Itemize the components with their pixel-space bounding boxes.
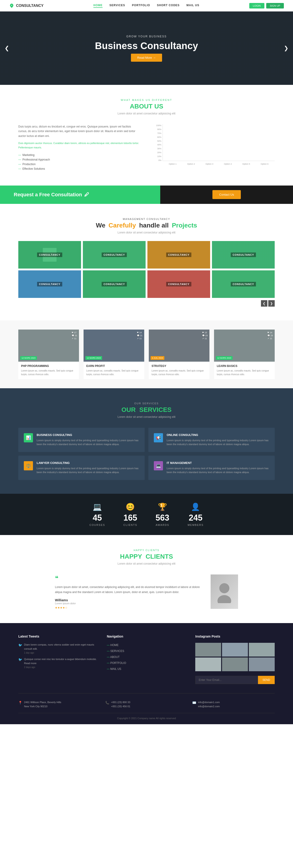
- blog-text-2: Lorem ipsum ac, convallis mauris. Sed qu…: [86, 369, 142, 376]
- about-list-item: Marketing: [18, 153, 140, 157]
- footer-col-instagram: Instagram Posts SEND: [195, 634, 275, 684]
- logo[interactable]: CONSULTANCY: [9, 3, 43, 8]
- footer-nav-item-2[interactable]: SERVICES: [107, 649, 186, 653]
- hero-cta-button[interactable]: Read More →: [131, 54, 162, 62]
- clients-desc: Lorem dolor sit amet consectetur adipisi…: [18, 562, 275, 565]
- nav-portfolio[interactable]: PORTFOLIO: [132, 4, 150, 8]
- stat-icon-1: 💻: [89, 502, 105, 511]
- project-item-7[interactable]: CONSULTANCY: [147, 270, 210, 298]
- insta-item-4[interactable]: [195, 657, 221, 671]
- footer-nav-item-5[interactable]: MAIL US: [107, 666, 186, 671]
- hero-next-arrow[interactable]: ❯: [284, 45, 288, 51]
- project-item-8[interactable]: CONSULTANCY: [212, 270, 275, 298]
- blog-title-1: PHP PROGRAMMING: [21, 364, 76, 368]
- nav-mail-us[interactable]: MAIL US: [187, 4, 199, 8]
- blog-date-4: 12 MARS 2023: [216, 356, 232, 360]
- blog-shares-3: ↗ 11: [202, 337, 208, 340]
- photo-placeholder: [211, 575, 238, 609]
- footer-contact-address: 📍 2461 Willison Place, Beverly HillsNew …: [18, 700, 101, 708]
- projects-prev-button[interactable]: ❮: [261, 300, 267, 307]
- projects-next-button[interactable]: ❯: [268, 300, 275, 307]
- stat-number-3: 563: [156, 513, 170, 523]
- blog-img-1: 12 MARS 2023 ❤ 17 💬 21 ↗ 11: [18, 330, 79, 362]
- blog-img-2: 12 MARS 2023 ❤ 14 💬 21 ↗ 11: [83, 330, 144, 362]
- stat-number-2: 165: [123, 513, 137, 523]
- stat-4: 👤 245 MEMBERS: [188, 502, 204, 526]
- clients-title: HAPPY CLIENTS: [18, 553, 275, 560]
- nav-services[interactable]: SERVICES: [109, 4, 125, 8]
- chart-label-6: Option 6: [257, 163, 272, 165]
- blog-date-2: 12 MARS 2023: [85, 356, 102, 360]
- nav-short-codes[interactable]: SHORT CODES: [157, 4, 180, 8]
- footer-contact-email: ✉️ info@domain1.cominfo@domain2.com: [192, 700, 275, 708]
- stats-section: 💻 45 COURSES 😊 165 CLIENTS 🏆 563 AWARDS …: [0, 494, 293, 535]
- logo-icon: [9, 3, 14, 8]
- project-overlay-7: CONSULTANCY: [147, 270, 210, 298]
- about-list: Marketing Professional Approach Producti…: [18, 153, 140, 170]
- footer-nav-item-3[interactable]: ABOUT: [107, 655, 186, 659]
- navbar: CONSULTANCY HOME SERVICES PORTFOLIO SHOR…: [0, 0, 293, 11]
- stat-3: 🏆 563 AWARDS: [156, 502, 170, 526]
- footer-nav-item-4[interactable]: PORTFOLIO: [107, 661, 186, 665]
- tweet-item-1: 🐦 Diam lorem compas, nunc viterra sodder…: [18, 643, 98, 654]
- blog-likes-4: ❤ 14: [267, 331, 273, 334]
- footer-nav-item-1[interactable]: HOME: [107, 643, 186, 647]
- signup-button[interactable]: SIGN UP: [266, 3, 284, 8]
- instagram-grid: [195, 643, 275, 671]
- project-item-2[interactable]: CONSULTANCY: [83, 241, 146, 269]
- testimonial: ❝ Lorem ipsum dolor sit amet, consectetu…: [55, 575, 238, 609]
- blog-content-3: STRATEGY Lorem ipsum ac, convallis mauri…: [149, 362, 210, 379]
- project-overlay-3: CONSULTANCY: [147, 241, 210, 269]
- project-label-1: CONSULTANCY: [37, 252, 62, 257]
- stat-number-1: 45: [89, 513, 105, 523]
- hero-prev-arrow[interactable]: ❮: [5, 45, 9, 51]
- service-card-3: ⚖️ LAWYER CONSULTING Lorem ipsum is simp…: [18, 456, 145, 480]
- about-title-highlight: US: [154, 103, 163, 110]
- tweet-time-1: 1 day ago: [24, 652, 98, 654]
- insta-item-2[interactable]: [222, 643, 248, 657]
- stat-icon-2: 😊: [123, 502, 137, 511]
- footer-instagram-title: Instagram Posts: [195, 634, 275, 638]
- about-list-item: Production: [18, 163, 140, 166]
- logo-text: CONSULTANCY: [16, 4, 43, 8]
- service-card-1: 📊 BUSINESS CONSULTING Lorem ipsum is sim…: [18, 428, 145, 452]
- consultation-banner: Request a Free Consultation 🖊 Contact Us: [0, 186, 293, 204]
- footer-col-nav: Navigation HOME SERVICES ABOUT PORTFOLIO…: [107, 634, 186, 684]
- blog-card-4: 12 MARS 2023 ❤ 14 💬 23 ↗ 11 LEARN BASICS…: [214, 330, 275, 379]
- insta-item-5[interactable]: [222, 657, 248, 671]
- blog-likes-2: ❤ 14: [137, 331, 142, 334]
- service-title-2: ONLINE CONSULTING: [167, 433, 269, 437]
- chart-label-3: Option 3: [202, 163, 217, 165]
- project-item-5[interactable]: CONSULTANCY: [18, 270, 81, 298]
- contact-button[interactable]: Contact Us: [212, 190, 241, 199]
- footer-copyright: Copyright © 2021 Company name All rights…: [18, 713, 275, 720]
- blog-section: 12 MARS 2023 ❤ 17 💬 21 ↗ 11 PHP PROGRAMM…: [0, 320, 293, 388]
- nav-home[interactable]: HOME: [94, 4, 103, 8]
- project-item-1[interactable]: IMG CONSULTANCY: [18, 241, 81, 269]
- projects-grid-bottom: CONSULTANCY CONSULTANCY CONSULTANCY CONS…: [18, 270, 275, 298]
- auth-buttons: LOGIN SIGN UP: [249, 3, 284, 8]
- insta-item-3[interactable]: [249, 643, 275, 657]
- login-button[interactable]: LOGIN: [249, 3, 264, 8]
- service-content-2: ONLINE CONSULTING Lorem ipsum is simply …: [167, 433, 269, 446]
- project-overlay-6: CONSULTANCY: [83, 270, 146, 298]
- project-item-4[interactable]: CONSULTANCY: [212, 241, 275, 269]
- chart-label-5: Option 5: [238, 163, 254, 165]
- blog-title-2: EARN PROFIT: [86, 364, 142, 368]
- insta-item-6[interactable]: [249, 657, 275, 671]
- about-text-col: Duis turpis arcu, dictum eu tincidunt et…: [18, 124, 140, 172]
- footer-email-button[interactable]: SEND: [258, 676, 275, 684]
- project-item-3[interactable]: CONSULTANCY: [147, 241, 210, 269]
- stat-label-2: CLIENTS: [123, 524, 137, 526]
- about-title-text: ABOUT: [130, 103, 153, 110]
- insta-item-1[interactable]: [195, 643, 221, 657]
- address-icon: 📍: [18, 701, 22, 705]
- blog-shares-2: ↗ 11: [137, 337, 142, 340]
- hero-content: GROW YOUR BUSINESS Business Consultancy …: [95, 35, 198, 62]
- services-title: OUR SERVICES: [18, 406, 275, 413]
- project-item-6[interactable]: CONSULTANCY: [83, 270, 146, 298]
- footer-nav-list: HOME SERVICES ABOUT PORTFOLIO MAIL US: [107, 643, 186, 671]
- stat-1: 💻 45 COURSES: [89, 502, 105, 526]
- footer-email-input[interactable]: [195, 676, 258, 684]
- projects-pretitle: MANAGEMENT CONSULTANCY: [18, 218, 275, 220]
